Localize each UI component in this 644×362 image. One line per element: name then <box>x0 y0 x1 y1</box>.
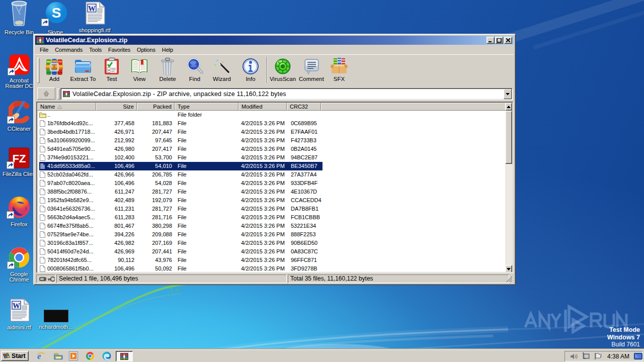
svg-text:W: W <box>88 5 96 13</box>
svg-text:FZ: FZ <box>13 152 26 165</box>
svg-text:S: S <box>52 5 61 21</box>
svg-text:W: W <box>13 302 20 310</box>
